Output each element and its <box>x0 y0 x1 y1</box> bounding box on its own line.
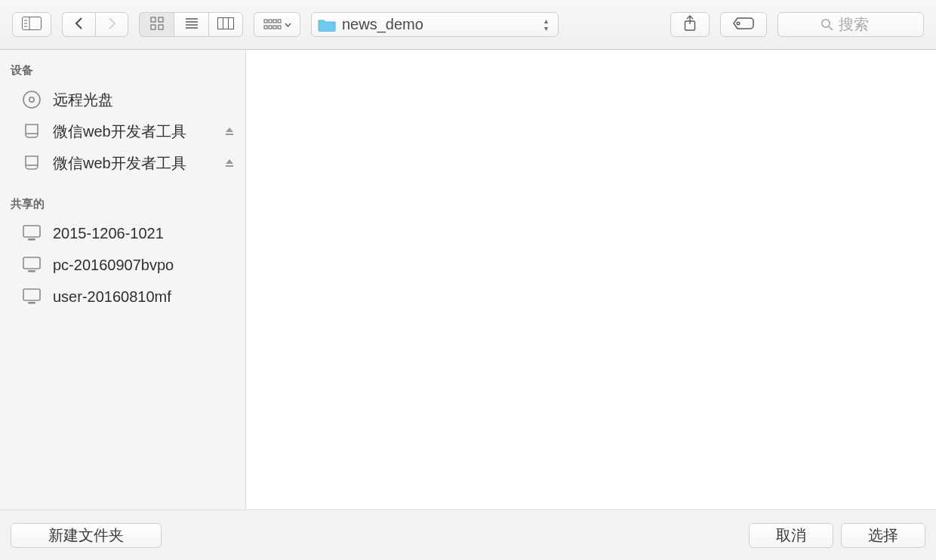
share-button[interactable] <box>670 12 710 37</box>
svg-rect-6 <box>159 17 163 22</box>
svg-point-27 <box>822 19 830 26</box>
svg-rect-39 <box>23 257 40 269</box>
view-columns-button[interactable] <box>208 12 243 37</box>
chevron-left-icon <box>74 17 84 32</box>
choose-button[interactable]: 选择 <box>841 523 925 548</box>
choose-label: 选择 <box>868 525 898 546</box>
sidebar-item-label: 微信web开发者工具 <box>53 153 214 174</box>
new-folder-label: 新建文件夹 <box>48 525 124 546</box>
sidebar-item-label: user-20160810mf <box>53 288 235 306</box>
search-field[interactable]: 搜索 <box>777 12 924 37</box>
sidebar-item-label: 2015-1206-1021 <box>53 225 235 242</box>
drive-icon <box>21 122 42 141</box>
new-folder-button[interactable]: 新建文件夹 <box>11 523 162 548</box>
disc-icon <box>21 90 42 109</box>
sidebar-section-shared: 共享的 <box>0 194 245 217</box>
view-list-button[interactable] <box>174 12 208 37</box>
drive-icon <box>21 153 42 173</box>
eject-button[interactable] <box>224 126 235 137</box>
sidebar-item-wechat-dev-1[interactable]: 微信web开发者工具 <box>0 115 245 147</box>
svg-rect-13 <box>218 18 234 29</box>
svg-point-26 <box>737 22 740 25</box>
current-folder-label: news_demo <box>342 16 541 33</box>
back-button[interactable] <box>62 12 95 37</box>
sidebar-item-shared-2[interactable]: user-20160810mf <box>0 281 245 312</box>
arrange-button[interactable] <box>254 12 300 37</box>
svg-rect-38 <box>28 238 35 241</box>
nav-group <box>62 12 128 37</box>
svg-rect-40 <box>28 270 35 272</box>
monitor-icon <box>21 288 42 306</box>
view-switcher <box>139 12 243 37</box>
svg-rect-17 <box>269 20 272 23</box>
svg-rect-20 <box>264 26 267 29</box>
window-body: 设备 远程光盘 微信web开发者工具 微信web开发者工具 <box>0 50 936 509</box>
sidebar-item-label: 远程光盘 <box>53 90 235 110</box>
cancel-button[interactable]: 取消 <box>749 523 833 548</box>
monitor-icon <box>21 224 42 242</box>
sidebar-item-remote-disc[interactable]: 远程光盘 <box>0 84 245 115</box>
chevron-right-icon <box>107 17 117 32</box>
svg-rect-16 <box>264 20 267 23</box>
toggle-sidebar-button[interactable] <box>12 12 51 37</box>
svg-point-29 <box>23 91 40 108</box>
path-popup[interactable]: news_demo ▴▾ <box>311 12 559 37</box>
sidebar-item-label: pc-20160907bvpo <box>53 257 235 274</box>
svg-marker-35 <box>226 159 233 164</box>
tag-icon <box>732 17 755 32</box>
sidebar: 设备 远程光盘 微信web开发者工具 微信web开发者工具 <box>0 50 246 509</box>
svg-rect-8 <box>159 25 163 29</box>
monitor-icon <box>21 256 42 274</box>
search-icon <box>821 18 834 32</box>
arrange-icon <box>263 19 291 31</box>
svg-rect-7 <box>151 25 155 29</box>
svg-rect-22 <box>273 26 276 29</box>
svg-rect-23 <box>278 26 281 29</box>
columns-icon <box>217 17 234 32</box>
toolbar: news_demo ▴▾ 搜索 <box>0 0 936 50</box>
cancel-label: 取消 <box>776 525 806 546</box>
chevron-down-icon <box>285 23 291 27</box>
svg-rect-37 <box>23 226 40 237</box>
tags-button[interactable] <box>720 12 767 37</box>
svg-point-30 <box>29 97 34 102</box>
svg-rect-42 <box>28 302 35 304</box>
svg-rect-36 <box>226 165 233 167</box>
svg-rect-19 <box>278 20 281 23</box>
share-icon <box>683 15 697 34</box>
svg-rect-41 <box>23 289 40 300</box>
sidebar-section-devices: 设备 <box>0 60 245 84</box>
sidebar-icon <box>22 17 42 32</box>
sidebar-item-shared-0[interactable]: 2015-1206-1021 <box>0 217 245 249</box>
svg-rect-21 <box>269 26 272 29</box>
svg-line-28 <box>829 26 833 30</box>
svg-marker-32 <box>226 128 233 132</box>
eject-button[interactable] <box>224 158 235 168</box>
sidebar-item-shared-1[interactable]: pc-20160907bvpo <box>0 249 245 281</box>
forward-button[interactable] <box>95 12 128 37</box>
svg-rect-33 <box>226 134 233 135</box>
sidebar-item-wechat-dev-2[interactable]: 微信web开发者工具 <box>0 147 245 179</box>
path-stepper-icon: ▴▾ <box>541 18 550 32</box>
view-icons-button[interactable] <box>139 12 174 37</box>
sidebar-item-label: 微信web开发者工具 <box>53 122 214 142</box>
svg-rect-18 <box>273 20 276 23</box>
file-list-area[interactable] <box>246 50 936 509</box>
list-icon <box>185 17 199 32</box>
footer: 新建文件夹 取消 选择 <box>0 509 936 560</box>
search-placeholder: 搜索 <box>839 14 869 35</box>
folder-icon <box>318 18 336 32</box>
grid-icon <box>150 17 164 32</box>
svg-rect-5 <box>151 17 155 22</box>
